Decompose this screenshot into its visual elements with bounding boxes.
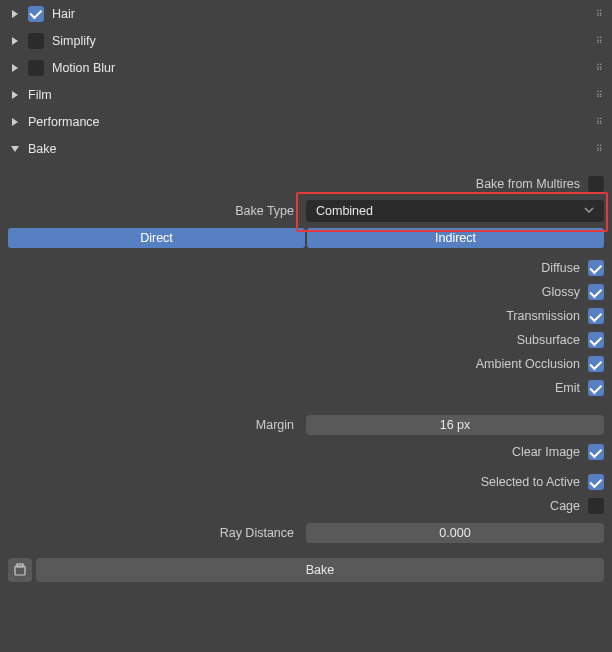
drag-grip-icon[interactable]: ⠿ bbox=[596, 90, 604, 100]
disclosure-triangle-icon bbox=[10, 36, 20, 46]
pass-label: Ambient Occlusion bbox=[476, 357, 580, 371]
chevron-down-icon bbox=[584, 204, 594, 218]
direct-toggle[interactable]: Direct bbox=[8, 228, 305, 248]
section-label: Film bbox=[28, 88, 52, 102]
ray-distance-label: Ray Distance bbox=[8, 526, 306, 540]
disclosure-triangle-icon bbox=[10, 9, 20, 19]
drag-grip-icon[interactable]: ⠿ bbox=[596, 63, 604, 73]
section-film[interactable]: Film ⠿ bbox=[0, 81, 612, 108]
glossy-checkbox[interactable] bbox=[588, 284, 604, 300]
disclosure-triangle-icon bbox=[10, 90, 20, 100]
diffuse-checkbox[interactable] bbox=[588, 260, 604, 276]
section-motion-blur[interactable]: Motion Blur ⠿ bbox=[0, 54, 612, 81]
disclosure-triangle-icon bbox=[10, 144, 20, 154]
lighting-contribution-toggle: Direct Indirect bbox=[8, 228, 604, 248]
selected-to-active-label: Selected to Active bbox=[481, 475, 580, 489]
bake-from-multires-row: Bake from Multires bbox=[8, 172, 604, 196]
pass-label: Glossy bbox=[542, 285, 580, 299]
pass-label: Transmission bbox=[506, 309, 580, 323]
section-label: Hair bbox=[52, 7, 75, 21]
pass-label: Subsurface bbox=[517, 333, 580, 347]
margin-label: Margin bbox=[8, 418, 306, 432]
bake-button[interactable]: Bake bbox=[36, 558, 604, 582]
svg-marker-2 bbox=[12, 64, 18, 72]
ray-distance-field[interactable]: 0.000 bbox=[306, 523, 604, 543]
bake-preset-button[interactable] bbox=[8, 558, 32, 582]
svg-marker-0 bbox=[12, 10, 18, 18]
motion-blur-checkbox[interactable] bbox=[28, 60, 44, 76]
bake-from-multires-checkbox[interactable] bbox=[588, 176, 604, 192]
bake-type-value: Combined bbox=[316, 204, 373, 218]
hair-checkbox[interactable] bbox=[28, 6, 44, 22]
section-label: Motion Blur bbox=[52, 61, 115, 75]
section-label: Simplify bbox=[52, 34, 96, 48]
section-label: Performance bbox=[28, 115, 100, 129]
indirect-toggle[interactable]: Indirect bbox=[307, 228, 604, 248]
svg-marker-4 bbox=[12, 118, 18, 126]
svg-marker-5 bbox=[11, 146, 19, 152]
drag-grip-icon[interactable]: ⠿ bbox=[596, 117, 604, 127]
cage-label: Cage bbox=[550, 499, 580, 513]
section-bake[interactable]: Bake ⠿ bbox=[0, 135, 612, 162]
drag-grip-icon[interactable]: ⠿ bbox=[596, 36, 604, 46]
section-simplify[interactable]: Simplify ⠿ bbox=[0, 27, 612, 54]
svg-marker-1 bbox=[12, 37, 18, 45]
emit-checkbox[interactable] bbox=[588, 380, 604, 396]
subsurface-checkbox[interactable] bbox=[588, 332, 604, 348]
pass-label: Emit bbox=[555, 381, 580, 395]
cage-checkbox[interactable] bbox=[588, 498, 604, 514]
drag-grip-icon[interactable]: ⠿ bbox=[596, 144, 604, 154]
pass-label: Diffuse bbox=[541, 261, 580, 275]
ambient-occlusion-checkbox[interactable] bbox=[588, 356, 604, 372]
margin-field[interactable]: 16 px bbox=[306, 415, 604, 435]
bake-type-label: Bake Type bbox=[8, 204, 306, 218]
bake-from-multires-label: Bake from Multires bbox=[476, 177, 580, 191]
clear-image-checkbox[interactable] bbox=[588, 444, 604, 460]
svg-marker-3 bbox=[12, 91, 18, 99]
section-performance[interactable]: Performance ⠿ bbox=[0, 108, 612, 135]
selected-to-active-checkbox[interactable] bbox=[588, 474, 604, 490]
clear-image-label: Clear Image bbox=[512, 445, 580, 459]
disclosure-triangle-icon bbox=[10, 63, 20, 73]
bake-type-dropdown[interactable]: Combined bbox=[306, 200, 604, 222]
disclosure-triangle-icon bbox=[10, 117, 20, 127]
drag-grip-icon[interactable]: ⠿ bbox=[596, 9, 604, 19]
section-label: Bake bbox=[28, 142, 57, 156]
transmission-checkbox[interactable] bbox=[588, 308, 604, 324]
section-hair[interactable]: Hair ⠿ bbox=[0, 0, 612, 27]
bake-icon bbox=[13, 563, 27, 577]
simplify-checkbox[interactable] bbox=[28, 33, 44, 49]
bake-panel: Bake from Multires Bake Type Combined Di… bbox=[0, 162, 612, 592]
